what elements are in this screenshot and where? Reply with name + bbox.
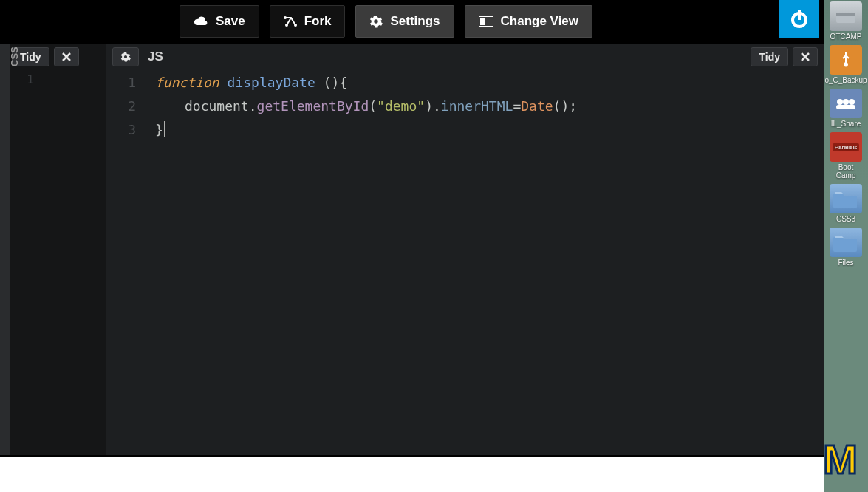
settings-label: Settings [390,14,440,29]
css-line-1: 1 [0,72,44,86]
layout-icon [479,16,493,27]
cloud-icon [194,16,208,27]
svg-point-12 [849,99,855,105]
change-view-button[interactable]: Change View [465,5,593,38]
text-cursor [164,121,165,137]
tok-ident: document [185,98,249,114]
svg-rect-8 [836,13,855,16]
desktop-drive-bootcamp[interactable]: OTCAMP [829,1,863,41]
close-icon [801,52,810,61]
tok-prop: innerHTML [441,98,513,114]
desktop-drive-usb[interactable]: o_C_Backup [829,45,863,84]
tok-keyword: function [155,75,219,90]
folder-icon [830,184,862,213]
parallels-icon: Parallels [830,132,862,162]
desktop-share[interactable]: IL_Share [829,89,863,128]
code-editor[interactable]: 1 2 3 function displayDate (){ document.… [106,71,824,455]
fork-button[interactable]: Fork [270,5,346,38]
save-label: Save [216,14,245,29]
power-icon [788,8,810,30]
desktop-folder-css3[interactable]: CSS3 [829,184,863,223]
svg-rect-6 [798,10,801,20]
network-share-icon [830,89,862,118]
close-icon [62,52,71,61]
tok-method: getElementById [257,98,369,114]
css-pane[interactable]: CSS Tidy 1 [0,44,106,455]
fork-icon [284,16,297,27]
svg-point-1 [294,24,297,27]
code-content[interactable]: function displayDate (){ document.getEle… [155,71,824,142]
desktop-folder-files[interactable]: Files [829,228,863,267]
change-view-label: Change View [501,14,579,29]
svg-point-9 [844,64,848,67]
fork-label: Fork [304,14,332,29]
line-num-1: 1 [106,71,142,95]
tok-call: Date [521,98,553,114]
svg-rect-4 [480,18,485,25]
svg-point-10 [837,99,843,105]
desktop-icons: OTCAMP o_C_Backup IL_Share Parallels Boo… [824,0,868,492]
desktop-parallels[interactable]: Parallels Boot Camp [829,132,863,180]
js-pane[interactable]: JS Tidy 1 2 3 function [106,44,824,455]
output-pane[interactable] [0,457,824,492]
top-toolbar: Save Fork Settings Change View [0,0,824,43]
tok-string: "demo" [377,98,425,114]
js-tidy-button[interactable]: Tidy [751,47,788,66]
settings-button[interactable]: Settings [355,5,454,38]
save-button[interactable]: Save [180,5,259,38]
line-num-2: 2 [106,95,142,118]
editor-area: CSS Tidy 1 JS [0,44,824,455]
css-handle-label: CSS [9,47,20,66]
hard-drive-icon [830,1,862,31]
svg-point-0 [284,16,287,19]
svg-point-11 [843,99,849,105]
power-button[interactable] [779,0,819,38]
tok-function-name: displayDate [228,75,315,90]
css-close-button[interactable] [54,47,79,66]
gear-icon [120,52,131,62]
css-drag-handle[interactable]: CSS [0,44,10,455]
svg-point-2 [285,24,288,27]
line-num-3: 3 [106,118,142,142]
gear-icon [369,15,383,28]
folder-icon [830,228,862,257]
line-gutter: 1 2 3 [106,71,142,142]
js-close-button[interactable] [793,47,818,66]
tok-punc: (){ [324,75,348,90]
usb-drive-icon [830,45,862,75]
js-lang-label: JS [148,49,163,64]
michigan-logo: M [823,435,855,483]
tok-brace: } [155,122,163,137]
svg-rect-13 [836,105,855,109]
codepen-window: Save Fork Settings Change View [0,0,824,492]
js-settings-button[interactable] [112,47,139,66]
